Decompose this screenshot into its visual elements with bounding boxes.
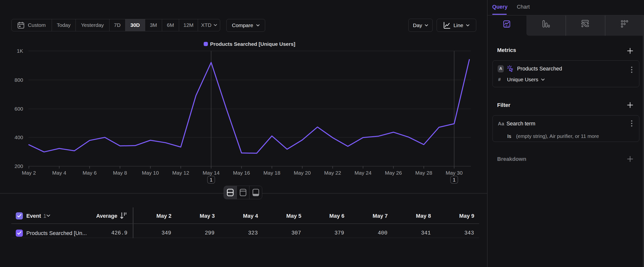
svg-text:May 24: May 24 (354, 170, 372, 176)
svg-text:1: 1 (453, 177, 456, 182)
svg-text:May 30: May 30 (446, 170, 463, 176)
svg-text:1: 1 (210, 177, 212, 182)
svg-text:May 20: May 20 (294, 170, 311, 176)
svg-text:May 2: May 2 (22, 170, 36, 176)
svg-text:May 10: May 10 (142, 170, 159, 176)
svg-text:May 16: May 16 (233, 170, 250, 176)
svg-text:May 22: May 22 (324, 170, 341, 176)
svg-text:May 4: May 4 (52, 170, 66, 176)
svg-text:May 8: May 8 (113, 170, 127, 176)
svg-text:May 26: May 26 (385, 170, 402, 176)
svg-text:May 6: May 6 (83, 170, 97, 176)
svg-text:400: 400 (14, 134, 23, 140)
svg-text:800: 800 (14, 77, 23, 83)
svg-text:200: 200 (14, 163, 23, 169)
svg-text:600: 600 (14, 106, 23, 112)
svg-text:1K: 1K (17, 48, 23, 54)
svg-text:May 14: May 14 (203, 170, 220, 176)
svg-text:May 18: May 18 (264, 170, 280, 176)
svg-text:May 28: May 28 (415, 170, 432, 176)
svg-text:May 12: May 12 (172, 170, 189, 176)
